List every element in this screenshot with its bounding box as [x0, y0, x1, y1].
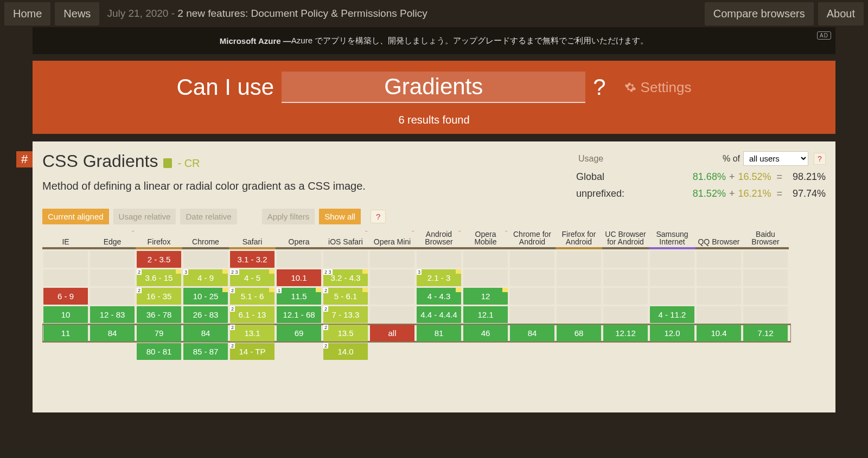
support-cell[interactable]: 10 - 25: [183, 288, 228, 305]
browser-header[interactable]: IE: [42, 231, 89, 249]
browser-header[interactable]: Firefox: [136, 231, 182, 249]
usage-full: 81.52%: [693, 188, 726, 199]
browser-header[interactable]: Samsung Internet: [649, 231, 695, 249]
browser-header[interactable]: Android Browser*: [416, 231, 462, 249]
support-cell-empty: [90, 288, 135, 305]
support-cell[interactable]: all: [370, 325, 414, 341]
nav-news[interactable]: News: [55, 2, 99, 25]
browser-header[interactable]: Chrome: [182, 231, 229, 249]
support-cell[interactable]: 36 - 78: [137, 306, 181, 323]
support-cell[interactable]: 14.02: [323, 343, 368, 360]
support-cell[interactable]: 84: [510, 325, 554, 341]
browser-header-row: IEEdge*FirefoxChromeSafariOperaiOS Safar…: [42, 231, 791, 249]
toggle-current-aligned[interactable]: Current aligned: [42, 209, 109, 224]
ad-bar[interactable]: Microsoft Azure — Azure でアプリを構築し、開発しましょう…: [33, 27, 835, 54]
version-row: 3.6 - 1524 - 934 - 52 310.13.2 - 4.32 32…: [42, 269, 791, 286]
support-cell[interactable]: 12.12: [603, 325, 648, 341]
support-cell-empty: [510, 251, 554, 268]
support-cell-empty: [463, 269, 508, 286]
toggle-date-relative[interactable]: Date relative: [180, 209, 237, 224]
prefix-flag-icon: [176, 269, 181, 274]
search-input[interactable]: [282, 72, 585, 103]
support-cell[interactable]: 68: [557, 325, 601, 341]
support-cell[interactable]: 3.1 - 3.2: [230, 251, 275, 268]
support-cell[interactable]: 11: [43, 325, 88, 341]
support-cell[interactable]: 5.1 - 62: [230, 288, 275, 305]
support-cell[interactable]: 14 - TP2: [230, 343, 275, 360]
support-cell[interactable]: 2 - 3.5: [137, 251, 181, 268]
browser-header[interactable]: QQ Browser: [695, 231, 742, 249]
support-cell[interactable]: 26 - 83: [183, 306, 228, 323]
support-cell[interactable]: 12.1 - 68: [277, 306, 321, 323]
support-cell[interactable]: 85 - 87: [183, 343, 228, 360]
support-cell[interactable]: 16 - 352: [137, 288, 181, 305]
usage-scope-select[interactable]: all users: [743, 151, 808, 166]
support-cell[interactable]: 6.1 - 132: [230, 306, 275, 323]
support-cell[interactable]: 4 - 93: [183, 269, 228, 286]
view-toggles: Current aligned Usage relative Date rela…: [42, 209, 826, 224]
toggle-apply-filters[interactable]: Apply filters: [262, 209, 315, 224]
browser-header[interactable]: Opera Mobile*: [462, 231, 509, 249]
feature-name[interactable]: CSS Gradients: [42, 151, 158, 171]
support-cell[interactable]: 7.12: [743, 325, 788, 341]
support-cell[interactable]: 80 - 81: [137, 343, 181, 360]
support-cell-empty: [743, 288, 788, 305]
support-cell-empty: [697, 251, 741, 268]
browser-header[interactable]: Baidu Browser: [742, 231, 789, 249]
support-cell[interactable]: 79: [137, 325, 181, 341]
nav-home[interactable]: Home: [4, 2, 50, 25]
browser-header[interactable]: Chrome for Android: [509, 231, 556, 249]
support-cell[interactable]: 12.1: [463, 306, 508, 323]
support-cell[interactable]: 6 - 9: [43, 288, 88, 305]
support-cell[interactable]: 13.12: [230, 325, 275, 341]
settings-link[interactable]: Settings: [624, 79, 692, 96]
support-cell[interactable]: 2.1 - 33: [417, 269, 461, 286]
support-cell[interactable]: 5 - 6.12: [323, 288, 368, 305]
nav-about[interactable]: About: [818, 2, 864, 25]
support-cell[interactable]: 4 - 4.3: [417, 288, 461, 305]
support-cell[interactable]: 10.1: [277, 269, 321, 286]
permalink-hash[interactable]: #: [16, 151, 33, 167]
support-cell[interactable]: 12.0: [650, 325, 694, 341]
support-cell[interactable]: 69: [277, 325, 321, 341]
toggle-usage-relative[interactable]: Usage relative: [113, 209, 176, 224]
prefix-flag-icon: [269, 269, 275, 274]
version-row: 6 - 916 - 35210 - 255.1 - 6211.515 - 6.1…: [42, 288, 791, 305]
ad-sponsor: Microsoft Azure —: [220, 36, 291, 46]
browser-header[interactable]: Opera: [276, 231, 322, 249]
support-cell[interactable]: 7 - 13.32: [323, 306, 368, 323]
support-cell[interactable]: 10.4: [697, 325, 741, 341]
toggles-help[interactable]: ?: [371, 210, 386, 223]
support-cell[interactable]: 4 - 11.2: [650, 306, 694, 323]
support-cell[interactable]: 13.52: [323, 325, 368, 341]
support-cell[interactable]: 3.6 - 152: [137, 269, 181, 286]
support-cell[interactable]: 46: [463, 325, 508, 341]
usage-help[interactable]: ?: [814, 153, 826, 165]
browser-header[interactable]: Opera Mini*: [369, 231, 416, 249]
support-cell[interactable]: 4 - 52 3: [230, 269, 275, 286]
support-cell[interactable]: 81: [417, 325, 461, 341]
browser-header[interactable]: Edge*: [89, 231, 136, 249]
browser-header[interactable]: iOS Safari*: [322, 231, 369, 249]
prefix-flag-icon: [222, 288, 228, 292]
prefix-flag-icon: [269, 288, 275, 292]
support-cell[interactable]: 4.4 - 4.4.4: [417, 306, 461, 323]
support-cell[interactable]: 11.51: [277, 288, 321, 305]
browser-header[interactable]: UC Browser for Android: [602, 231, 649, 249]
spec-icon[interactable]: [163, 158, 172, 168]
support-cell[interactable]: 84: [90, 325, 135, 341]
support-cell[interactable]: 12: [463, 288, 508, 305]
support-cell-empty: [370, 269, 414, 286]
support-cell[interactable]: 3.2 - 4.32 3: [323, 269, 368, 286]
browser-header[interactable]: Firefox for Android: [556, 231, 602, 249]
toggle-show-all[interactable]: Show all: [319, 209, 361, 224]
support-cell-empty: [510, 288, 554, 305]
support-cell[interactable]: 84: [183, 325, 228, 341]
prefix-flag-icon: [362, 288, 368, 292]
support-cell[interactable]: 12 - 83: [90, 306, 135, 323]
nav-compare[interactable]: Compare browsers: [705, 2, 814, 25]
browser-header[interactable]: Safari: [229, 231, 276, 249]
news-headline-link[interactable]: 2 new features: Document Policy & Permis…: [177, 8, 427, 19]
usage-pct-of: % of: [723, 154, 740, 164]
support-cell[interactable]: 10: [43, 306, 88, 323]
